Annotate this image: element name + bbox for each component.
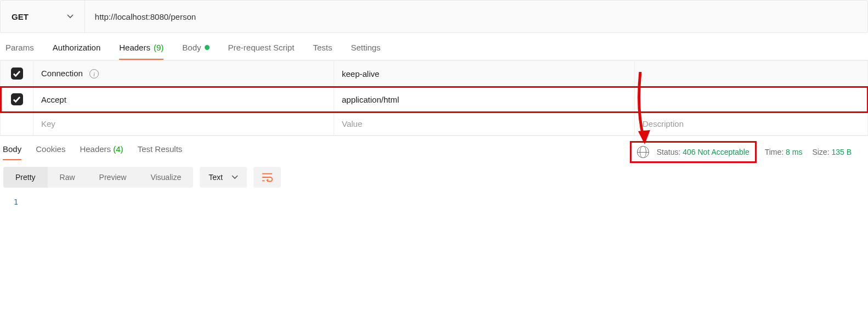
time-label: Time: bbox=[765, 148, 784, 156]
body-changed-dot-icon bbox=[205, 45, 210, 50]
response-tab-testresults[interactable]: Test Results bbox=[138, 144, 183, 160]
response-format-select[interactable]: Text bbox=[200, 167, 247, 188]
header-key-cell[interactable]: Accept bbox=[33, 87, 334, 113]
table-row: Accept application/html bbox=[1, 87, 868, 113]
http-method-label: GET bbox=[12, 12, 29, 21]
size-label: Size: bbox=[812, 148, 829, 156]
header-description-cell[interactable] bbox=[635, 87, 868, 113]
header-value-cell[interactable]: application/html bbox=[334, 87, 635, 113]
tab-headers-count: (9) bbox=[154, 43, 164, 52]
tab-prerequest[interactable]: Pre-request Script bbox=[228, 43, 295, 60]
format-label: Text bbox=[208, 173, 223, 182]
header-value-placeholder[interactable]: Value bbox=[334, 113, 635, 136]
checkbox-checked-icon bbox=[11, 93, 23, 105]
status-highlight-box: Status: 406 Not Acceptable bbox=[632, 143, 755, 161]
request-url-bar: GET bbox=[0, 0, 868, 33]
headers-table: Connection i keep-alive Accept applicati… bbox=[0, 60, 868, 136]
header-key: Connection bbox=[41, 69, 83, 78]
view-pretty-button[interactable]: Pretty bbox=[3, 167, 48, 188]
response-tabs: Body Cookies Headers (4) Test Results bbox=[3, 144, 182, 160]
response-view-bar: Pretty Raw Preview Visualize Text bbox=[0, 161, 868, 193]
response-body[interactable]: 1 bbox=[0, 193, 868, 211]
view-visualize-button[interactable]: Visualize bbox=[138, 167, 193, 188]
tab-body[interactable]: Body bbox=[182, 43, 209, 60]
tab-headers-label: Headers bbox=[119, 43, 150, 52]
size-value: 135 B bbox=[831, 148, 852, 156]
http-method-select[interactable]: GET bbox=[1, 1, 85, 32]
response-tab-body[interactable]: Body bbox=[3, 144, 21, 160]
view-mode-toggle: Pretty Raw Preview Visualize bbox=[3, 167, 193, 188]
status-label: Status: bbox=[657, 148, 681, 156]
tab-body-label: Body bbox=[182, 43, 201, 52]
header-checkbox-cell[interactable] bbox=[1, 87, 33, 113]
tab-params[interactable]: Params bbox=[5, 43, 34, 60]
info-icon[interactable]: i bbox=[89, 69, 99, 78]
response-tab-headers-label: Headers bbox=[80, 144, 111, 154]
header-checkbox-cell[interactable] bbox=[1, 113, 33, 136]
line-number: 1 bbox=[8, 198, 24, 206]
time-pair[interactable]: Time: 8 ms bbox=[765, 148, 803, 156]
header-value-cell[interactable]: keep-alive bbox=[334, 61, 635, 87]
table-row: Connection i keep-alive bbox=[1, 61, 868, 87]
header-key-placeholder[interactable]: Key bbox=[33, 113, 334, 136]
header-key-cell[interactable]: Connection i bbox=[33, 61, 334, 87]
tab-settings[interactable]: Settings bbox=[351, 43, 380, 60]
response-bar: Body Cookies Headers (4) Test Results St… bbox=[0, 136, 868, 161]
response-tab-headers-count: (4) bbox=[113, 144, 123, 154]
response-tab-headers[interactable]: Headers (4) bbox=[80, 144, 123, 160]
tab-tests[interactable]: Tests bbox=[313, 43, 332, 60]
url-input[interactable] bbox=[85, 1, 867, 32]
request-tabs: Params Authorization Headers (9) Body Pr… bbox=[0, 33, 868, 60]
status-value: 406 Not Acceptable bbox=[683, 148, 749, 156]
view-raw-button[interactable]: Raw bbox=[48, 167, 87, 188]
response-tab-cookies[interactable]: Cookies bbox=[36, 144, 65, 160]
size-pair[interactable]: Size: 135 B bbox=[812, 148, 852, 156]
tab-headers[interactable]: Headers (9) bbox=[119, 43, 164, 60]
header-checkbox-cell[interactable] bbox=[1, 61, 33, 87]
chevron-down-icon bbox=[232, 174, 238, 181]
chevron-down-icon bbox=[67, 13, 74, 20]
wrap-lines-button[interactable] bbox=[253, 167, 281, 188]
table-row: Key Value Description bbox=[1, 113, 868, 136]
header-description-cell[interactable] bbox=[635, 61, 868, 87]
wrap-lines-icon bbox=[261, 172, 273, 183]
globe-icon[interactable] bbox=[637, 146, 649, 158]
status-pair[interactable]: Status: 406 Not Acceptable bbox=[657, 148, 749, 156]
tab-authorization[interactable]: Authorization bbox=[53, 43, 101, 60]
time-value: 8 ms bbox=[786, 148, 802, 156]
header-description-placeholder[interactable]: Description bbox=[635, 113, 868, 136]
checkbox-checked-icon bbox=[11, 68, 23, 80]
response-status-area: Status: 406 Not Acceptable Time: 8 ms Si… bbox=[632, 143, 863, 161]
view-preview-button[interactable]: Preview bbox=[87, 167, 139, 188]
